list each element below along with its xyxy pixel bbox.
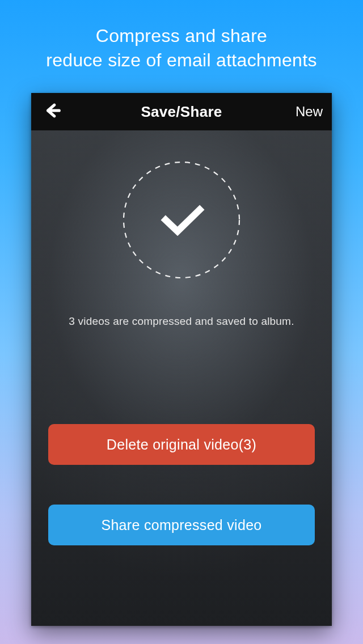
status-message: 3 videos are compressed and saved to alb… (69, 315, 294, 328)
checkmark-icon (166, 210, 200, 231)
app-screen: Save/Share New 3 videos are compressed a… (31, 93, 332, 626)
navbar: Save/Share New (31, 93, 332, 130)
navbar-title: Save/Share (141, 103, 222, 121)
back-button[interactable] (36, 93, 70, 130)
promo-line-1: Compress and share (0, 24, 363, 48)
svg-point-0 (124, 162, 239, 278)
share-compressed-button[interactable]: Share compressed video (48, 505, 315, 545)
promo-line-2: reduce size of email attachments (0, 48, 363, 73)
success-circle-icon (121, 160, 242, 280)
success-indicator: 3 videos are compressed and saved to alb… (31, 130, 332, 328)
back-arrow-icon (43, 101, 62, 122)
promo-heading: Compress and share reduce size of email … (0, 0, 363, 73)
delete-original-button[interactable]: Delete original video(3) (48, 424, 315, 465)
new-button[interactable]: New (296, 93, 323, 130)
delete-original-label: Delete original video(3) (107, 437, 256, 453)
share-compressed-label: Share compressed video (101, 517, 261, 533)
